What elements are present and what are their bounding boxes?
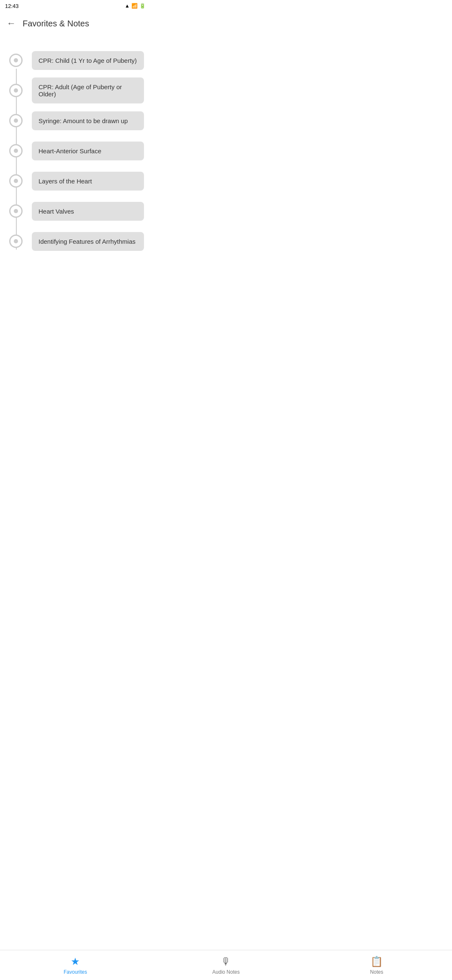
timeline-dot-wrapper [0, 196, 32, 226]
timeline-dot-inner [14, 119, 18, 123]
timeline-dot-inner [14, 88, 18, 93]
timeline-dot-wrapper [0, 136, 32, 166]
top-bar: ← Favorites & Notes [0, 12, 151, 35]
timeline-item: Heart-Anterior Surface [0, 136, 151, 166]
timeline-label-text[interactable]: CPR: Child (1 Yr to Age of Puberty) [32, 51, 144, 70]
timeline-label[interactable]: Layers of the Heart [32, 172, 144, 191]
timeline-item: Heart Valves [0, 196, 151, 226]
timeline-dot [9, 54, 23, 67]
timeline-label[interactable]: Syringe: Amount to be drawn up [32, 111, 144, 130]
timeline-item: CPR: Adult (Age of Puberty or Older) [0, 75, 151, 106]
timeline-label[interactable]: Heart-Anterior Surface [32, 142, 144, 160]
status-time: 12:43 [5, 3, 19, 9]
timeline-item: Identifying Features of Arrhythmias [0, 226, 151, 256]
timeline-dot-wrapper [0, 106, 32, 136]
timeline-label-text[interactable]: Heart-Anterior Surface [32, 142, 144, 160]
timeline-label[interactable]: Heart Valves [32, 202, 144, 221]
timeline-label[interactable]: Identifying Features of Arrhythmias [32, 232, 144, 251]
timeline-dot [9, 174, 23, 188]
timeline-label-text[interactable]: Syringe: Amount to be drawn up [32, 111, 144, 130]
timeline-item: Layers of the Heart [0, 166, 151, 196]
timeline-dot-wrapper [0, 45, 32, 75]
timeline-dot-inner [14, 179, 18, 183]
timeline-item: Syringe: Amount to be drawn up [0, 106, 151, 136]
timeline-list: CPR: Child (1 Yr to Age of Puberty) CPR:… [0, 42, 151, 260]
page-title: Favorites & Notes [23, 19, 89, 28]
timeline-dot-wrapper [0, 166, 32, 196]
timeline-label[interactable]: CPR: Child (1 Yr to Age of Puberty) [32, 51, 144, 70]
status-icons: ▲ 📶 🔋 [125, 3, 146, 9]
timeline-label-text[interactable]: Identifying Features of Arrhythmias [32, 232, 144, 251]
timeline-dot-inner [14, 209, 18, 213]
content-area: CPR: Child (1 Yr to Age of Puberty) CPR:… [0, 35, 151, 266]
timeline-dot [9, 204, 23, 218]
timeline-label[interactable]: CPR: Adult (Age of Puberty or Older) [32, 77, 144, 103]
timeline-dot [9, 144, 23, 157]
status-bar: 12:43 ▲ 📶 🔋 [0, 0, 151, 12]
timeline-dot-wrapper [0, 226, 32, 256]
timeline-label-text[interactable]: Heart Valves [32, 202, 144, 221]
timeline-dot [9, 114, 23, 127]
timeline-dot-inner [14, 239, 18, 243]
signal-icon: 📶 [131, 3, 138, 9]
wifi-icon: ▲ [125, 3, 130, 9]
timeline-item: CPR: Child (1 Yr to Age of Puberty) [0, 45, 151, 75]
battery-icon: 🔋 [139, 3, 146, 9]
timeline-dot [9, 84, 23, 97]
main-content: CPR: Child (1 Yr to Age of Puberty) CPR:… [0, 35, 151, 300]
timeline-dot [9, 235, 23, 248]
timeline-dot-wrapper [0, 75, 32, 106]
timeline-label-text[interactable]: Layers of the Heart [32, 172, 144, 191]
timeline-dot-inner [14, 58, 18, 62]
timeline-dot-inner [14, 149, 18, 153]
timeline-label-text[interactable]: CPR: Adult (Age of Puberty or Older) [32, 77, 144, 103]
back-button[interactable]: ← [7, 18, 16, 29]
